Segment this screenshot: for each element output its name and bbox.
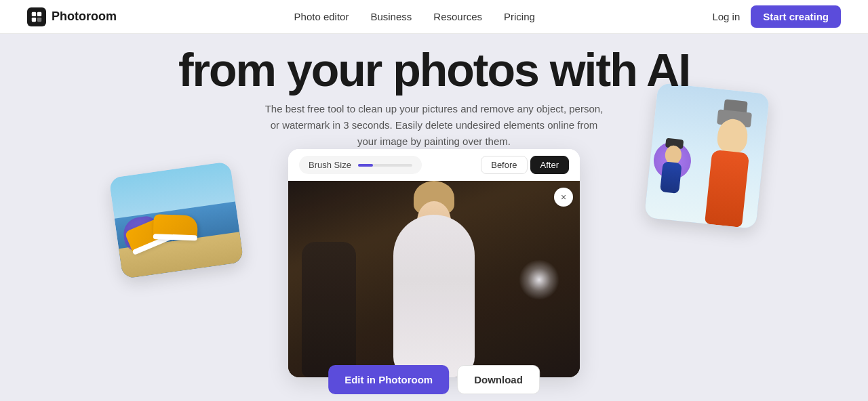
svg-rect-0 bbox=[32, 12, 36, 16]
before-button[interactable]: Before bbox=[481, 156, 527, 174]
brush-size-control: Brush Size bbox=[299, 156, 422, 174]
photographer-silhouette bbox=[302, 242, 356, 377]
brush-size-label: Brush Size bbox=[309, 160, 351, 170]
edit-in-photoroom-button[interactable]: Edit in Photoroom bbox=[328, 365, 449, 394]
wedding-photo-bg bbox=[288, 181, 580, 377]
smp-body bbox=[705, 150, 749, 228]
svg-rect-3 bbox=[37, 17, 41, 21]
tool-header: Brush Size Before After bbox=[288, 149, 580, 181]
logo-svg bbox=[31, 11, 43, 23]
main-section: from your photos with AI The best free t… bbox=[0, 34, 868, 401]
nav-link-resources[interactable]: Resources bbox=[433, 11, 482, 22]
slider-fill bbox=[358, 164, 373, 167]
bride-body bbox=[393, 215, 475, 377]
logo-icon bbox=[27, 7, 46, 26]
bottom-actions: Edit in Photoroom Download bbox=[328, 365, 540, 394]
light-flare bbox=[519, 259, 559, 300]
download-button[interactable]: Download bbox=[457, 365, 540, 394]
sneaker-right bbox=[153, 214, 198, 239]
floating-shoes-image bbox=[108, 161, 243, 279]
login-button[interactable]: Log in bbox=[712, 11, 740, 22]
nav-links: Photo editor Business Resources Pricing bbox=[294, 11, 535, 22]
nav-link-pricing[interactable]: Pricing bbox=[504, 11, 535, 22]
sp-body bbox=[660, 161, 682, 194]
navbar: Photoroom Photo editor Business Resource… bbox=[0, 0, 868, 34]
tool-card: Brush Size Before After bbox=[288, 149, 580, 377]
hero-subtitle: The best free tool to clean up your pict… bbox=[264, 101, 604, 150]
start-creating-button[interactable]: Start creating bbox=[751, 5, 841, 28]
nav-actions: Log in Start creating bbox=[712, 5, 841, 28]
nav-link-business[interactable]: Business bbox=[370, 11, 412, 22]
logo-text: Photoroom bbox=[52, 9, 117, 24]
before-after-toggle: Before After bbox=[481, 156, 569, 174]
svg-rect-2 bbox=[32, 17, 36, 21]
svg-rect-1 bbox=[37, 12, 41, 16]
snow-person-small bbox=[657, 144, 686, 194]
nav-link-photo-editor[interactable]: Photo editor bbox=[294, 11, 349, 22]
hero-text: from your photos with AI The best free t… bbox=[0, 34, 868, 150]
shoe-card bbox=[108, 161, 243, 279]
tool-image-area[interactable]: × bbox=[288, 181, 580, 377]
after-button[interactable]: After bbox=[530, 156, 569, 174]
logo[interactable]: Photoroom bbox=[27, 7, 117, 26]
close-button[interactable]: × bbox=[554, 188, 573, 207]
slider-track bbox=[358, 164, 412, 167]
hero-title: from your photos with AI bbox=[0, 46, 868, 94]
brush-slider[interactable] bbox=[358, 164, 412, 167]
